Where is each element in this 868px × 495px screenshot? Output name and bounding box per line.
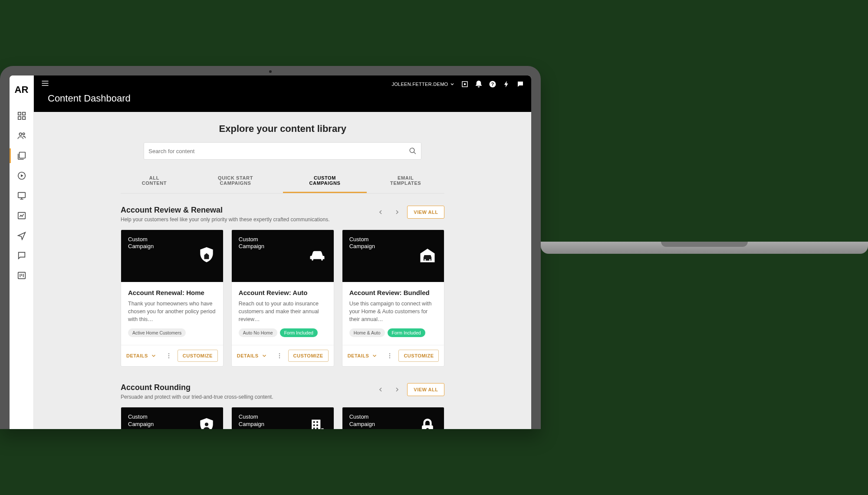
tab-email-templates[interactable]: EMAIL TEMPLATES <box>367 169 445 193</box>
svg-point-5 <box>23 133 24 134</box>
svg-point-22 <box>429 259 431 261</box>
view-all-button[interactable]: VIEW ALL <box>407 206 444 219</box>
section-account-rounding: Account Rounding Persuade and protect wi… <box>34 371 531 429</box>
content-scroll[interactable]: Explore your content library ALL CONTENT… <box>34 112 531 429</box>
chevron-left-icon <box>377 386 384 393</box>
svg-rect-2 <box>18 117 20 119</box>
card-more-button[interactable] <box>385 351 395 361</box>
section-account-review: Account Review & Renewal Help your custo… <box>34 193 531 371</box>
hamburger-icon <box>41 79 49 88</box>
laptop-camera <box>269 70 272 73</box>
screenshot-button[interactable] <box>461 80 469 88</box>
svg-point-16 <box>168 355 169 356</box>
svg-rect-6 <box>19 152 25 158</box>
board-icon <box>17 271 26 280</box>
carousel-next[interactable] <box>391 383 404 396</box>
left-sidebar: AR <box>10 75 34 429</box>
svg-rect-0 <box>18 112 20 115</box>
svg-rect-30 <box>313 425 315 426</box>
send-icon <box>17 231 26 240</box>
car-icon <box>308 246 327 266</box>
card-type: Custom Campaign <box>349 413 388 428</box>
nav-play[interactable] <box>10 166 34 186</box>
svg-point-23 <box>389 354 390 354</box>
svg-rect-28 <box>313 421 315 423</box>
carousel-next[interactable] <box>391 206 404 219</box>
nav-people[interactable] <box>10 126 34 146</box>
details-button[interactable]: DETAILS <box>348 353 378 359</box>
user-menu[interactable]: JOLEEN.FETTER.DEMO <box>391 82 455 87</box>
chevron-down-icon <box>450 82 455 87</box>
card-desc: Reach out to your auto insurance custome… <box>239 300 327 323</box>
details-button[interactable]: DETAILS <box>126 353 157 359</box>
card-more-button[interactable] <box>164 351 174 361</box>
card-hero: Custom Campaign New Release <box>121 407 223 429</box>
carousel-prev[interactable] <box>374 206 387 219</box>
svg-point-25 <box>389 357 390 358</box>
svg-rect-33 <box>316 428 318 429</box>
card-type: Custom Campaign <box>128 236 167 250</box>
search-box[interactable] <box>144 142 421 160</box>
view-all-button[interactable]: VIEW ALL <box>407 383 444 396</box>
hero: Explore your content library ALL CONTENT… <box>34 112 531 193</box>
card-tag: Auto No Home <box>239 328 277 337</box>
card-hero: Custom Campaign <box>232 230 334 282</box>
top-bar: JOLEEN.FETTER.DEMO ? <box>34 75 531 93</box>
card-title: Account Review: Auto <box>239 289 327 296</box>
nav-send[interactable] <box>10 226 34 246</box>
chevron-down-icon <box>261 353 267 359</box>
nav-board[interactable] <box>10 266 34 285</box>
svg-rect-1 <box>22 112 25 115</box>
messages-button[interactable] <box>516 80 524 88</box>
tab-all-content[interactable]: ALL CONTENT <box>121 169 188 193</box>
help-button[interactable]: ? <box>489 80 496 88</box>
svg-point-15 <box>168 354 169 354</box>
card-desc: Thank your homeowners who have chosen yo… <box>128 300 216 323</box>
svg-rect-31 <box>316 425 318 426</box>
people-icon <box>17 131 26 141</box>
lightning-button[interactable] <box>503 80 510 88</box>
svg-point-18 <box>279 354 279 354</box>
customize-button[interactable]: CUSTOMIZE <box>398 350 439 362</box>
svg-point-24 <box>389 355 390 356</box>
card-tag: Active Home Customers <box>128 328 186 337</box>
card-type: Custom Campaign <box>349 236 388 250</box>
campaign-card: Custom Campaign <box>231 407 334 429</box>
laptop-base <box>541 242 868 254</box>
card-more-button[interactable] <box>274 351 285 361</box>
content-tabs: ALL CONTENT QUICK START CAMPAIGNS CUSTOM… <box>121 169 444 193</box>
notifications-button[interactable] <box>475 80 483 88</box>
menu-toggle[interactable] <box>41 79 49 89</box>
shield-person-icon <box>197 416 216 429</box>
card-tag: Form Included <box>280 328 318 337</box>
svg-rect-32 <box>313 428 315 429</box>
nav-analytics[interactable] <box>10 206 34 226</box>
carousel-prev[interactable] <box>374 383 387 396</box>
svg-point-19 <box>279 355 279 356</box>
search-input[interactable] <box>148 148 409 154</box>
grid-icon <box>17 111 26 121</box>
main-area: JOLEEN.FETTER.DEMO ? Content Dashboard E… <box>34 75 531 429</box>
tab-quick-start[interactable]: QUICK START CAMPAIGNS <box>188 169 283 193</box>
svg-point-26 <box>205 423 208 426</box>
capture-icon <box>461 80 469 88</box>
customize-button[interactable]: CUSTOMIZE <box>178 350 218 362</box>
card-hero: Custom Campaign <box>342 407 444 429</box>
details-button[interactable]: DETAILS <box>237 353 267 359</box>
svg-point-17 <box>168 357 169 358</box>
more-vertical-icon <box>386 352 393 359</box>
nav-display[interactable] <box>10 186 34 206</box>
card-hero: Custom Campaign <box>121 230 223 282</box>
chevron-right-icon <box>394 386 401 393</box>
chevron-down-icon <box>151 353 157 359</box>
svg-rect-8 <box>18 193 25 198</box>
chevron-down-icon <box>372 353 378 359</box>
user-name: JOLEEN.FETTER.DEMO <box>391 82 448 87</box>
customize-button[interactable]: CUSTOMIZE <box>288 350 329 362</box>
nav-content[interactable] <box>10 146 34 166</box>
nav-dashboard[interactable] <box>10 106 34 126</box>
nav-chat[interactable] <box>10 246 34 266</box>
chevron-right-icon <box>394 209 401 216</box>
tab-custom-campaigns[interactable]: CUSTOM CAMPAIGNS <box>283 169 367 193</box>
card-title: Account Renewal: Home <box>128 289 216 296</box>
